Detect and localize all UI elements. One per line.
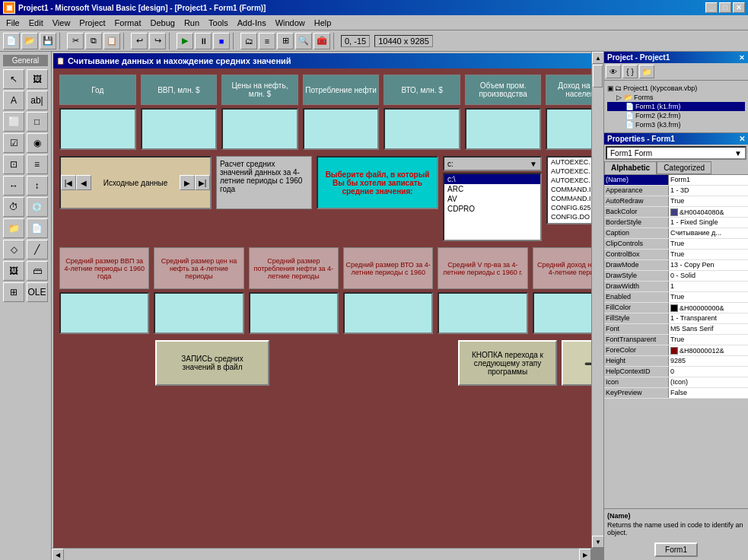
scroll-up-btn[interactable]: ▲ bbox=[592, 52, 603, 64]
prop-name-controlbox[interactable]: ControlBox bbox=[604, 250, 669, 259]
form2-item[interactable]: 📄 Form2 (k2.frm) bbox=[607, 111, 745, 120]
prop-name-enabled[interactable]: Enabled bbox=[604, 292, 669, 302]
run-btn[interactable]: ▶ bbox=[177, 33, 193, 49]
view-code-btn[interactable]: { } bbox=[622, 65, 638, 78]
file-list-box[interactable]: AUTOEXEC. AUTOEXEC. AUTOEXEC. COMMAND.I … bbox=[546, 156, 591, 224]
prop-value-icon[interactable]: (Icon) bbox=[669, 377, 748, 387]
prop-value-drawwidth[interactable]: 1 bbox=[669, 282, 748, 291]
tool-line[interactable]: ╱ bbox=[27, 240, 48, 259]
tool-file[interactable]: 📄 bbox=[27, 218, 48, 238]
nav-last-btn[interactable]: ▶| bbox=[195, 175, 210, 190]
nav-next-btn[interactable]: ▶ bbox=[180, 175, 195, 190]
drive-combo[interactable]: c: ▼ bbox=[443, 156, 542, 171]
h-scrollbar[interactable]: ◀ ▶ bbox=[52, 548, 591, 560]
dir-item-arc[interactable]: ARC bbox=[444, 184, 540, 194]
result-box-0[interactable] bbox=[59, 292, 149, 334]
prop-value-height[interactable]: 9285 bbox=[669, 356, 748, 366]
prop-value-clipcontrols[interactable]: True bbox=[669, 239, 748, 249]
props-close-btn[interactable]: ✕ bbox=[739, 135, 745, 143]
copy-btn[interactable]: ⧉ bbox=[85, 33, 102, 49]
prop-name-name[interactable]: (Name) bbox=[604, 175, 669, 185]
tool-vscroll[interactable]: ↕ bbox=[27, 176, 48, 196]
stop-btn[interactable]: ■ bbox=[213, 33, 230, 49]
prop-value-enabled[interactable]: True bbox=[669, 292, 748, 302]
open-btn[interactable]: 📂 bbox=[21, 33, 38, 49]
input-box-6[interactable] bbox=[546, 108, 591, 150]
scroll-thumb[interactable] bbox=[593, 65, 603, 88]
prop-value-backcolor[interactable]: &H00404080& bbox=[669, 207, 748, 217]
save-btn[interactable]: 💾 bbox=[40, 33, 56, 49]
tool-cmdbutton[interactable]: □ bbox=[27, 112, 48, 132]
prop-name-fonttransparent[interactable]: FontTransparent bbox=[604, 335, 669, 345]
toggle-folders-btn[interactable]: 📁 bbox=[639, 65, 654, 78]
menu-help[interactable]: Help bbox=[310, 17, 336, 29]
tool-dir[interactable]: 📁 bbox=[3, 218, 24, 238]
undo-btn[interactable]: ↩ bbox=[131, 33, 148, 49]
prop-name-appearance[interactable]: Appearance bbox=[604, 186, 669, 196]
result-box-5[interactable] bbox=[533, 292, 591, 334]
menu-file[interactable]: File bbox=[2, 17, 24, 29]
nav-first-btn[interactable]: |◀ bbox=[61, 175, 76, 190]
prop-name-caption[interactable]: Caption bbox=[604, 228, 669, 238]
input-box-0[interactable] bbox=[59, 108, 136, 150]
tool-label[interactable]: A bbox=[3, 91, 24, 110]
menu-edit[interactable]: Edit bbox=[24, 17, 48, 29]
prop-value-caption[interactable]: Считывание д... bbox=[669, 228, 748, 238]
prop-name-font[interactable]: Font bbox=[604, 324, 669, 334]
v-scrollbar[interactable]: ▲ ▼ bbox=[591, 52, 603, 548]
properties-btn[interactable]: ≡ bbox=[259, 33, 275, 49]
prop-name-forecolor[interactable]: ForeColor bbox=[604, 345, 669, 355]
prop-name-fillcolor[interactable]: FillColor bbox=[604, 303, 669, 313]
dir-item-av[interactable]: AV bbox=[444, 194, 540, 204]
list-item-0[interactable]: AUTOEXEC. bbox=[548, 158, 591, 167]
prop-name-fillstyle[interactable]: FillStyle bbox=[604, 313, 669, 323]
tool-picture[interactable]: 🖼 bbox=[27, 69, 48, 89]
menu-run[interactable]: Run bbox=[180, 17, 204, 29]
list-item-2[interactable]: AUTOEXEC. bbox=[548, 176, 591, 185]
prop-name-clipcontrols[interactable]: ClipControls bbox=[604, 239, 669, 249]
tool-frame[interactable]: ⬜ bbox=[3, 112, 24, 132]
list-item-6[interactable]: CONFIG.DO bbox=[548, 212, 591, 221]
prop-value-fillstyle[interactable]: 1 - Transparent bbox=[669, 313, 748, 323]
arrow-btn[interactable]: ➜ bbox=[562, 340, 591, 386]
cut-btn[interactable]: ✂ bbox=[67, 33, 84, 49]
form1-button[interactable]: Form1 bbox=[654, 542, 698, 557]
prop-name-helpcontextid[interactable]: HelpContextID bbox=[604, 367, 669, 377]
project-root[interactable]: ▣ 🗂 Project1 (Курсовая.vbp) bbox=[607, 84, 745, 93]
prop-value-controlbox[interactable]: True bbox=[669, 250, 748, 259]
save-btn[interactable]: ЗАПИСЬ средних значений в файл bbox=[155, 340, 269, 386]
prop-name-keypreview[interactable]: KeyPreview bbox=[604, 388, 669, 398]
prop-value-name[interactable]: Form1 bbox=[669, 175, 748, 185]
tab-categorized[interactable]: Categorized bbox=[657, 161, 711, 174]
menu-tools[interactable]: Tools bbox=[204, 17, 233, 29]
prop-value-drawstyle[interactable]: 0 - Solid bbox=[669, 271, 748, 281]
maximize-button[interactable]: □ bbox=[719, 2, 731, 13]
tool-ole[interactable]: OLE bbox=[27, 282, 48, 302]
scroll-down-btn[interactable]: ▼ bbox=[592, 536, 603, 548]
scroll-left-btn[interactable]: ◀ bbox=[52, 549, 64, 560]
prop-name-icon[interactable]: Icon bbox=[604, 377, 669, 387]
prop-value-borderstyle[interactable]: 1 - Fixed Single bbox=[669, 218, 748, 228]
project-explorer-btn[interactable]: 🗂 bbox=[240, 33, 257, 49]
tool-timer[interactable]: ⏱ bbox=[3, 197, 24, 217]
tool-radio[interactable]: ◉ bbox=[27, 133, 48, 153]
prop-name-backcolor[interactable]: BackColor bbox=[604, 207, 669, 217]
dir-item-cdpro[interactable]: CDPRO bbox=[444, 204, 540, 214]
tool-arrow[interactable]: ↖ bbox=[3, 69, 24, 89]
prop-value-keypreview[interactable]: False bbox=[669, 388, 748, 398]
scroll-right-btn[interactable]: ▶ bbox=[579, 549, 591, 560]
minimize-button[interactable]: _ bbox=[705, 2, 718, 13]
result-box-3[interactable] bbox=[343, 292, 433, 334]
prop-value-helpcontextid[interactable]: 0 bbox=[669, 367, 748, 377]
tool-textbox[interactable]: ab| bbox=[27, 91, 48, 110]
dir-item-root[interactable]: c:\ bbox=[444, 174, 540, 184]
list-item-5[interactable]: CONFIG.625 bbox=[548, 203, 591, 212]
object-browser-btn[interactable]: 🔍 bbox=[295, 33, 312, 49]
menu-format[interactable]: Format bbox=[110, 17, 146, 29]
list-item-1[interactable]: AUTOEXEC. bbox=[548, 167, 591, 176]
input-box-1[interactable] bbox=[141, 108, 218, 150]
prop-value-fonttransparent[interactable]: True bbox=[669, 335, 748, 345]
input-box-5[interactable] bbox=[465, 108, 542, 150]
view-object-btn[interactable]: 👁 bbox=[606, 65, 621, 78]
prop-value-appearance[interactable]: 1 - 3D bbox=[669, 186, 748, 196]
